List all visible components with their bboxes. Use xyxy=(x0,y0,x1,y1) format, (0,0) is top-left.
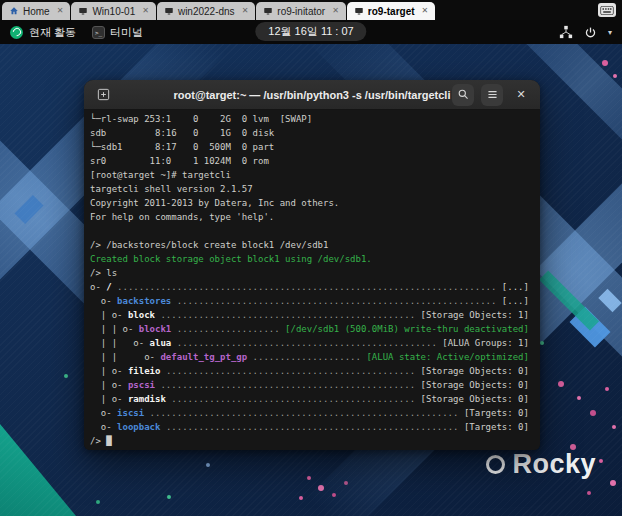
terminal-line: o- backstores ..........................… xyxy=(90,294,534,308)
wallpaper-dots xyxy=(0,44,4,48)
window-title: root@target:~ — /usr/bin/python3 -s /usr… xyxy=(174,89,451,101)
tab-ro9-initator[interactable]: ro9-initator ✕ xyxy=(256,2,346,20)
terminal-line: | o- ramdisk ...........................… xyxy=(90,392,534,406)
terminal-line: o- iscsi ...............................… xyxy=(90,406,534,420)
rocky-ring-icon xyxy=(486,455,505,474)
terminal-line: | | o- alua ............................… xyxy=(90,336,534,350)
new-tab-button[interactable] xyxy=(92,84,114,106)
tab-close-icon[interactable]: ✕ xyxy=(332,7,339,15)
terminal-line xyxy=(90,224,534,238)
rocky-brand-text: Rocky xyxy=(512,449,596,480)
terminal-line: | o- pscsi .............................… xyxy=(90,378,534,392)
wallpaper-shape xyxy=(15,195,44,224)
tab-home[interactable]: Home ✕ xyxy=(2,2,70,20)
terminal-window: root@target:~ — /usr/bin/python3 -s /usr… xyxy=(84,80,540,450)
terminal-line: sr0 11:0 1 1024M 0 rom xyxy=(90,154,534,168)
rocky-wordmark: Rocky xyxy=(486,449,596,480)
console-tab-bar: Home ✕ Win10-01 ✕ win2022-dns ✕ ro9-init… xyxy=(0,0,622,20)
network-share-icon xyxy=(559,25,573,39)
terminal-line: └─rl-swap 253:1 0 2G 0 lvm [SWAP] xyxy=(90,112,534,126)
terminal-line: /> /backstores/block create block1 /dev/… xyxy=(90,238,534,252)
search-icon xyxy=(457,88,470,101)
tab-ro9-target[interactable]: ro9-target ✕ xyxy=(347,2,435,20)
keyboard-icon xyxy=(600,6,614,15)
wallpaper-shape xyxy=(539,270,599,330)
new-tab-icon xyxy=(96,87,111,102)
terminal-line: targetcli shell version 2.1.57 xyxy=(90,182,534,196)
vm-display-icon xyxy=(78,6,88,16)
tab-win10-01[interactable]: Win10-01 ✕ xyxy=(71,2,156,20)
wallpaper-shape xyxy=(0,424,76,516)
focused-app-label: 터미널 xyxy=(110,25,143,40)
home-icon xyxy=(9,6,19,16)
terminal-line: | | o- default_tg_pt_gp ................… xyxy=(90,350,534,364)
tab-label: ro9-initator xyxy=(277,6,325,17)
desktop: Rocky root@target:~ — /usr/bin/python3 -… xyxy=(0,44,622,516)
keyboard-button[interactable] xyxy=(598,3,616,17)
terminal-line: └─sdb1 8:17 0 500M 0 part xyxy=(90,140,534,154)
menu-button[interactable] xyxy=(481,84,503,106)
tab-label: win2022-dns xyxy=(178,6,235,17)
hamburger-menu-icon xyxy=(486,88,499,101)
tab-close-icon[interactable]: ✕ xyxy=(242,7,249,15)
wallpaper-shape xyxy=(569,306,610,347)
tab-close-icon[interactable]: ✕ xyxy=(57,7,64,15)
terminal-line: /> █ xyxy=(90,434,534,448)
chevron-down-icon: ▾ xyxy=(608,28,612,37)
screen: Home ✕ Win10-01 ✕ win2022-dns ✕ ro9-init… xyxy=(0,0,622,516)
terminal-output[interactable]: └─rl-swap 253:1 0 2G 0 lvm [SWAP]sdb 8:1… xyxy=(84,110,540,450)
terminal-line: Created block storage object block1 usin… xyxy=(90,252,534,266)
terminal-line: Copyright 2011-2013 by Datera, Inc and o… xyxy=(90,196,534,210)
terminal-headerbar[interactable]: root@target:~ — /usr/bin/python3 -s /usr… xyxy=(84,80,540,110)
terminal-line: | o- block .............................… xyxy=(90,308,534,322)
tab-label: Win10-01 xyxy=(92,6,135,17)
terminal-line: | | o- block1 ................... [/dev/… xyxy=(90,322,534,336)
power-icon xyxy=(584,26,597,39)
activities-button[interactable]: 현재 활동 xyxy=(10,25,76,40)
vm-display-icon xyxy=(263,6,273,16)
terminal-line: /> ls xyxy=(90,266,534,280)
terminal-line: o- loopback ............................… xyxy=(90,420,534,434)
terminal-line: [root@target ~]# targetcli xyxy=(90,168,534,182)
tab-win2022-dns[interactable]: win2022-dns ✕ xyxy=(157,2,255,20)
vm-display-icon xyxy=(164,6,174,16)
tab-label: Home xyxy=(23,6,50,17)
rocky-logo-icon xyxy=(10,26,23,39)
close-button[interactable]: ✕ xyxy=(510,84,532,106)
terminal-line: For help on commands, type 'help'. xyxy=(90,210,534,224)
terminal-line: | o- fileio ............................… xyxy=(90,364,534,378)
terminal-line: sdb 8:16 0 1G 0 disk xyxy=(90,126,534,140)
vm-display-icon xyxy=(354,6,364,16)
activities-label: 현재 활동 xyxy=(29,25,76,40)
tab-close-icon[interactable]: ✕ xyxy=(142,7,149,15)
tab-label: ro9-target xyxy=(368,6,415,17)
focused-app-indicator[interactable]: >_ 터미널 xyxy=(92,25,143,40)
search-button[interactable] xyxy=(452,84,474,106)
system-status-area[interactable]: ▾ xyxy=(559,25,612,39)
terminal-app-icon: >_ xyxy=(92,26,105,39)
gnome-top-bar: 현재 활동 >_ 터미널 12월 16일 11 : 07 ▾ xyxy=(0,20,622,44)
tab-close-icon[interactable]: ✕ xyxy=(422,7,429,15)
clock-button[interactable]: 12월 16일 11 : 07 xyxy=(255,22,366,41)
terminal-line: o- / ...................................… xyxy=(90,280,534,294)
wallpaper-shape xyxy=(598,289,621,312)
